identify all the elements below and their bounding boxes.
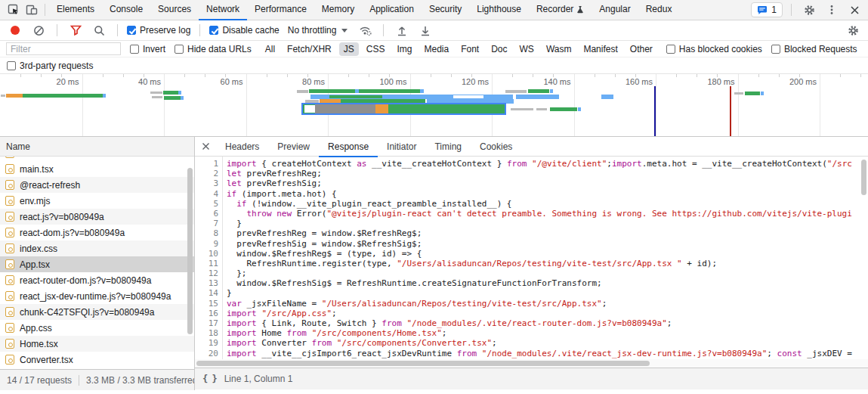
has-blocked-cookies-checkbox[interactable] <box>666 45 675 54</box>
filter-type-ws[interactable]: WS <box>515 42 539 56</box>
tab-elements[interactable]: Elements <box>49 0 102 20</box>
invert-checkbox[interactable] <box>130 45 139 54</box>
filter-type-wasm[interactable]: Wasm <box>542 42 576 56</box>
table-row[interactable]: chunk-C42TSFQI.js?v=b080949a <box>0 304 194 320</box>
requests-count: 14 / 17 requests <box>7 375 72 386</box>
table-row[interactable]: react-dom.js?v=b080949a <box>0 225 194 240</box>
record-network-log-button[interactable] <box>6 22 24 39</box>
network-overview-timeline[interactable]: 20 ms40 ms60 ms80 ms100 ms120 ms140 ms16… <box>0 74 868 137</box>
close-devtools-icon[interactable] <box>845 2 863 18</box>
settings-gear-icon[interactable] <box>800 2 818 18</box>
request-name: react-dom.js?v=b080949a <box>20 228 125 238</box>
network-settings-gear-icon[interactable] <box>844 22 862 39</box>
hide-data-urls-checkbox[interactable] <box>175 45 184 54</box>
detail-tab-timing[interactable]: Timing <box>425 137 471 157</box>
clear-network-log-icon[interactable] <box>29 22 48 39</box>
network-filter-bar: Invert Hide data URLs AllFetch/XHRJSCSSI… <box>0 41 868 57</box>
table-row[interactable]: index.css <box>0 240 194 256</box>
issues-badge[interactable]: 1 <box>751 2 783 17</box>
close-detail-icon[interactable] <box>195 137 216 156</box>
table-row[interactable]: react_jsx-dev-runtime.js?v=b080949a <box>0 288 194 304</box>
waterfall-bar <box>578 107 581 111</box>
tab-sources[interactable]: Sources <box>150 0 199 20</box>
table-row[interactable]: client <box>0 157 194 161</box>
tab-performance[interactable]: Performance <box>247 0 314 20</box>
tab-redux[interactable]: Redux <box>638 0 680 20</box>
table-row[interactable]: main.tsx <box>0 161 194 177</box>
tab-label: Memory <box>322 4 354 14</box>
filter-type-fetch-xhr[interactable]: Fetch/XHR <box>283 42 336 56</box>
detail-tab-response[interactable]: Response <box>319 137 378 157</box>
device-toolbar-icon[interactable] <box>23 2 41 18</box>
disable-cache-checkbox[interactable] <box>209 26 218 35</box>
ruler-gridline <box>574 74 575 136</box>
ruler-gridline <box>656 74 656 136</box>
waterfall-bar <box>163 91 178 95</box>
detail-tab-initiator[interactable]: Initiator <box>378 137 425 157</box>
divider <box>383 24 384 36</box>
export-har-icon[interactable] <box>416 22 434 39</box>
code-line: window.$RefreshSig$ = RefreshRuntime.cre… <box>227 278 868 288</box>
tab-network[interactable]: Network <box>199 0 247 20</box>
response-code-viewer[interactable]: 1234567891011121314151617181920 import {… <box>195 157 868 359</box>
blocked-requests-checkbox[interactable] <box>771 45 780 54</box>
table-row[interactable]: react-router-dom.js?v=b080949a <box>0 272 194 288</box>
table-row-clipped-content: client <box>0 157 41 161</box>
tab-angular[interactable]: Angular <box>592 0 638 20</box>
network-conditions-icon[interactable] <box>356 22 374 39</box>
table-row[interactable]: App.tsx <box>0 256 194 272</box>
waterfall-bar <box>761 92 764 95</box>
tab-console[interactable]: Console <box>102 0 150 20</box>
import-har-icon[interactable] <box>393 22 411 39</box>
third-party-checkbox[interactable] <box>7 61 16 70</box>
waterfall-bar <box>6 94 23 98</box>
ruler-minor-tick <box>20 74 21 77</box>
filter-type-manifest[interactable]: Manifest <box>579 42 622 56</box>
pretty-print-icon[interactable]: { } <box>202 374 217 384</box>
tab-memory[interactable]: Memory <box>314 0 362 20</box>
vertical-scrollbar[interactable] <box>861 160 866 195</box>
horizontal-scrollbar[interactable] <box>196 361 650 366</box>
table-row[interactable]: App.css <box>0 320 194 336</box>
ruler-gridline <box>738 74 739 136</box>
table-row[interactable]: env.mjs <box>0 193 194 209</box>
waterfall-bar <box>516 95 559 99</box>
code-content[interactable]: import { createHotContext as __vite__cre… <box>223 157 868 359</box>
third-party-control: 3rd-party requests <box>7 60 93 71</box>
table-row[interactable]: react.js?v=b080949a <box>0 209 194 225</box>
name-column-header[interactable]: Name <box>0 137 194 157</box>
filter-type-js[interactable]: JS <box>339 42 359 56</box>
inspect-element-icon[interactable] <box>5 2 23 18</box>
detail-tab-cookies[interactable]: Cookies <box>471 137 521 157</box>
table-row[interactable]: Home.tsx <box>0 336 194 352</box>
filter-type-font[interactable]: Font <box>456 42 483 56</box>
filter-type-other[interactable]: Other <box>626 42 657 56</box>
line-number: 15 <box>195 299 218 309</box>
filter-type-css[interactable]: CSS <box>362 42 390 56</box>
preserve-log-checkbox[interactable] <box>127 26 136 35</box>
table-row[interactable]: @react-refresh <box>0 177 194 193</box>
tab-lighthouse[interactable]: Lighthouse <box>469 0 529 20</box>
tab-security[interactable]: Security <box>422 0 469 20</box>
filter-input[interactable] <box>6 42 121 55</box>
detail-tab-preview[interactable]: Preview <box>268 137 319 157</box>
filter-funnel-icon[interactable] <box>66 22 85 39</box>
tab-application[interactable]: Application <box>362 0 422 20</box>
hide-data-urls-control: Hide data URLs <box>175 44 252 54</box>
filter-type-img[interactable]: Img <box>392 42 416 56</box>
ruler-tick-label: 140 ms <box>524 77 571 86</box>
throttling-select[interactable]: No throttling <box>285 25 351 36</box>
more-options-icon[interactable] <box>823 2 841 18</box>
waterfall-bar <box>1 95 5 97</box>
code-line: prevRefreshReg = window.$RefreshReg$; <box>227 228 868 238</box>
tab-recorder[interactable]: Recorder <box>529 0 592 20</box>
filter-type-doc[interactable]: Doc <box>487 42 511 56</box>
filter-type-all[interactable]: All <box>261 42 280 56</box>
request-name: main.tsx <box>20 164 54 175</box>
search-icon[interactable] <box>90 22 108 39</box>
table-row[interactable]: Converter.tsx <box>0 352 194 368</box>
requests-list-scrollbar[interactable] <box>187 168 193 334</box>
filter-type-media[interactable]: Media <box>419 42 453 56</box>
detail-tab-headers[interactable]: Headers <box>216 137 268 157</box>
line-number: 4 <box>195 189 218 199</box>
